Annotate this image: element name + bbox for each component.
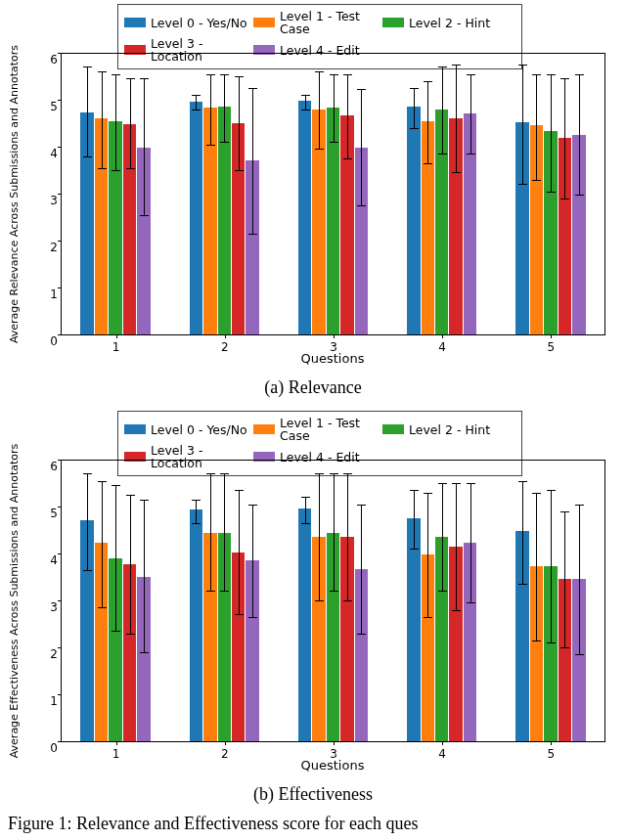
legend-item: Level 0 - Yes/No bbox=[124, 9, 253, 36]
error-bar bbox=[361, 89, 362, 205]
y-tick-label: 0 bbox=[34, 741, 58, 755]
error-bar bbox=[427, 493, 428, 617]
y-tick-label: 6 bbox=[34, 460, 58, 473]
plot-area-a: 012345612345 bbox=[61, 53, 605, 335]
error-bar bbox=[102, 481, 103, 608]
error-bar bbox=[427, 81, 428, 163]
xlabel-a: Questions bbox=[61, 351, 604, 366]
bar bbox=[190, 509, 202, 741]
error-bar bbox=[144, 78, 145, 214]
error-bar bbox=[144, 500, 145, 652]
error-bar bbox=[470, 74, 471, 155]
legend-item: Level 1 - Test Case bbox=[253, 9, 382, 36]
figure-caption-line: Figure 1: Relevance and Effectiveness sc… bbox=[0, 814, 626, 834]
xlabel-b: Questions bbox=[61, 758, 604, 773]
error-bar bbox=[319, 473, 320, 600]
error-bar bbox=[239, 490, 240, 614]
legend-item: Level 1 - Test Case bbox=[253, 416, 382, 443]
bar bbox=[298, 101, 311, 334]
legend-item: Level 2 - Hint bbox=[382, 416, 512, 443]
error-bar bbox=[224, 473, 225, 591]
error-bar bbox=[579, 505, 580, 655]
chart-panel-effectiveness: Level 0 - Yes/NoLevel 1 - Test CaseLevel… bbox=[0, 407, 626, 776]
legend-label: Level 0 - Yes/No bbox=[151, 423, 247, 436]
y-tick-label: 2 bbox=[34, 647, 58, 661]
legend-chip-icon bbox=[124, 424, 146, 434]
y-tick-label: 4 bbox=[34, 553, 58, 567]
error-bar bbox=[115, 74, 116, 170]
y-tick-label: 5 bbox=[34, 507, 58, 520]
error-bar bbox=[87, 473, 88, 569]
legend-chip-icon bbox=[124, 18, 146, 27]
error-bar bbox=[252, 505, 253, 617]
error-bar bbox=[87, 66, 88, 155]
error-bar bbox=[252, 88, 253, 234]
legend-label: Level 2 - Hint bbox=[409, 423, 490, 436]
y-tick-label: 1 bbox=[34, 694, 58, 708]
error-bar bbox=[564, 511, 565, 647]
error-bar bbox=[522, 65, 523, 184]
ylabel-a: Average Relevance Across Submissions and… bbox=[8, 53, 22, 334]
legend-label: Level 1 - Test Case bbox=[280, 417, 382, 442]
error-bar bbox=[442, 483, 443, 591]
error-bar bbox=[334, 473, 335, 591]
error-bar bbox=[551, 490, 552, 642]
error-bar bbox=[224, 74, 225, 143]
error-bar bbox=[564, 78, 565, 198]
error-bar bbox=[115, 485, 116, 631]
legend-label: Level 2 - Hint bbox=[409, 17, 490, 29]
error-bar bbox=[196, 500, 197, 523]
legend-chip-icon bbox=[382, 424, 404, 434]
error-bar bbox=[334, 74, 335, 143]
y-tick-label: 3 bbox=[34, 194, 58, 207]
legend-item: Level 2 - Hint bbox=[382, 9, 512, 36]
page: Level 0 - Yes/NoLevel 1 - Test CaseLevel… bbox=[0, 0, 626, 840]
error-bar bbox=[536, 493, 537, 641]
legend-label: Level 0 - Yes/No bbox=[151, 17, 247, 29]
legend-item: Level 0 - Yes/No bbox=[124, 416, 253, 443]
caption-a: (a) Relevance bbox=[0, 377, 626, 398]
error-bar bbox=[196, 95, 197, 109]
error-bar bbox=[361, 505, 362, 634]
y-tick-label: 0 bbox=[34, 334, 58, 348]
error-bar bbox=[442, 66, 443, 154]
error-bar bbox=[414, 490, 415, 549]
y-tick-label: 2 bbox=[34, 241, 58, 254]
legend-chip-icon bbox=[253, 424, 275, 434]
error-bar bbox=[319, 71, 320, 149]
error-bar bbox=[130, 495, 131, 634]
error-bar bbox=[579, 74, 580, 195]
bar bbox=[190, 102, 202, 334]
error-bar bbox=[102, 71, 103, 167]
error-bar bbox=[456, 483, 457, 610]
bar bbox=[407, 107, 420, 334]
error-bar bbox=[210, 473, 211, 591]
error-bar bbox=[130, 78, 131, 167]
y-tick-label: 5 bbox=[34, 100, 58, 113]
error-bar bbox=[551, 74, 552, 192]
error-bar bbox=[239, 76, 240, 170]
error-bar bbox=[305, 497, 306, 522]
y-tick-label: 6 bbox=[34, 53, 58, 66]
bar bbox=[298, 508, 311, 741]
error-bar bbox=[414, 88, 415, 128]
error-bar bbox=[536, 74, 537, 180]
bar bbox=[407, 518, 420, 741]
legend-chip-icon bbox=[382, 18, 404, 27]
error-bar bbox=[305, 95, 306, 109]
y-tick-label: 1 bbox=[34, 287, 58, 301]
y-tick-label: 3 bbox=[34, 600, 58, 614]
legend-label: Level 1 - Test Case bbox=[280, 10, 382, 35]
error-bar bbox=[456, 65, 457, 172]
legend-chip-icon bbox=[253, 18, 275, 27]
error-bar bbox=[210, 74, 211, 145]
error-bar bbox=[470, 483, 471, 602]
y-tick-label: 4 bbox=[34, 147, 58, 160]
ylabel-b: Average Effectiveness Across Submissions… bbox=[8, 460, 22, 741]
error-bar bbox=[347, 74, 348, 158]
plot-area-b: 012345612345 bbox=[61, 460, 605, 742]
chart-panel-relevance: Level 0 - Yes/NoLevel 1 - Test CaseLevel… bbox=[0, 0, 626, 370]
error-bar bbox=[347, 473, 348, 600]
error-bar bbox=[522, 481, 523, 585]
caption-b: (b) Effectiveness bbox=[0, 784, 626, 805]
